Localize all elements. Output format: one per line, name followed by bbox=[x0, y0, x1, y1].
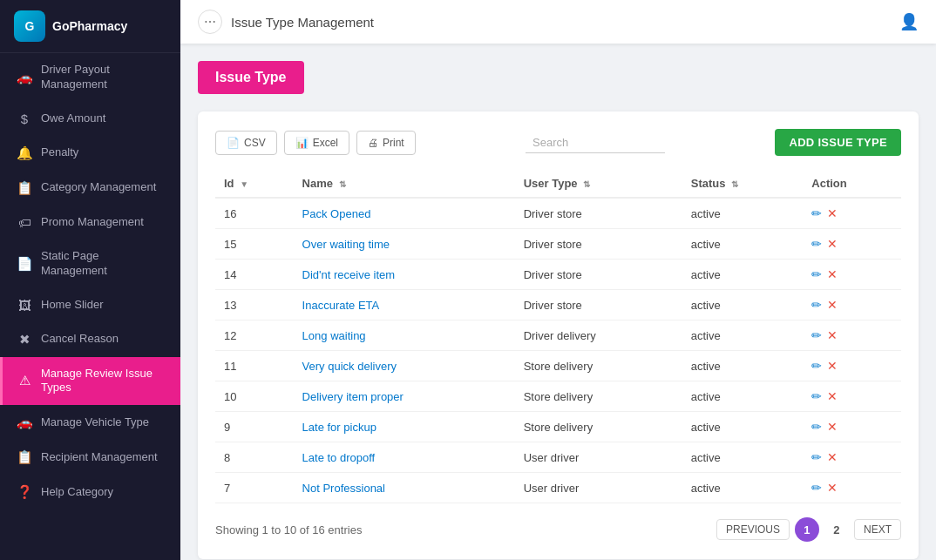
col-id: Id ▼ bbox=[215, 170, 294, 198]
action-buttons: ✏ ✕ bbox=[811, 328, 892, 342]
table-row: 14 Did'nt receive item Driver store acti… bbox=[215, 260, 901, 290]
cell-user-type: Driver store bbox=[515, 229, 682, 260]
usertype-sort-icon[interactable]: ⇅ bbox=[583, 179, 590, 189]
edit-button[interactable]: ✏ bbox=[811, 359, 822, 373]
sidebar-icon-recipient: 📋 bbox=[17, 449, 32, 465]
sidebar-icon-static-page: 📄 bbox=[17, 256, 32, 272]
next-button[interactable]: NEXT bbox=[854, 519, 901, 540]
logo-icon: G bbox=[14, 10, 45, 42]
sidebar-item-recipient[interactable]: 📋 Recipient Management bbox=[0, 440, 180, 475]
sidebar-item-owe-amount[interactable]: $ Owe Amount bbox=[0, 102, 180, 136]
add-issue-type-button[interactable]: ADD ISSUE TYPE bbox=[775, 129, 901, 156]
cell-status: active bbox=[682, 320, 804, 351]
action-buttons: ✏ ✕ bbox=[811, 206, 892, 220]
issue-type-card: 📄 CSV 📊 Excel 🖨 Print ADD ISSUE TYPE bbox=[198, 111, 919, 559]
pagination: Showing 1 to 10 of 16 entries PREVIOUS 1… bbox=[215, 517, 901, 542]
user-icon[interactable]: 👤 bbox=[899, 12, 919, 31]
sidebar-item-static-page[interactable]: 📄 Static Page Management bbox=[0, 240, 180, 288]
table-row: 12 Long waiting Driver delivery active ✏… bbox=[215, 320, 901, 351]
delete-button[interactable]: ✕ bbox=[827, 328, 838, 342]
table-row: 7 Not Professional User driver active ✏ … bbox=[215, 473, 901, 503]
sidebar-item-help-category[interactable]: ❓ Help Category bbox=[0, 475, 180, 509]
cell-action: ✏ ✕ bbox=[803, 229, 901, 260]
delete-button[interactable]: ✕ bbox=[827, 389, 838, 403]
cell-action: ✏ ✕ bbox=[803, 442, 901, 473]
cell-user-type: User driver bbox=[515, 442, 682, 473]
sidebar-item-driver-payout[interactable]: 🚗 Driver Payout Management bbox=[0, 53, 180, 102]
sidebar-item-home-slider[interactable]: 🖼 Home Slider bbox=[0, 288, 180, 322]
name-sort-icon[interactable]: ⇅ bbox=[339, 179, 346, 189]
delete-button[interactable]: ✕ bbox=[827, 298, 838, 312]
menu-dots-button[interactable]: ⋯ bbox=[198, 10, 222, 34]
table-row: 9 Late for pickup Store delivery active … bbox=[215, 412, 901, 442]
cell-user-type: Driver store bbox=[515, 290, 682, 320]
sidebar-icon-home-slider: 🖼 bbox=[17, 298, 32, 313]
sidebar-item-penalty[interactable]: 🔔 Penalty bbox=[0, 136, 180, 171]
delete-button[interactable]: ✕ bbox=[827, 481, 838, 495]
delete-button[interactable]: ✕ bbox=[827, 359, 838, 373]
table-row: 11 Very quick delivery Store delivery ac… bbox=[215, 351, 901, 381]
id-sort-icon[interactable]: ▼ bbox=[240, 179, 248, 189]
topbar: ⋯ Issue Type Management 👤 bbox=[180, 0, 936, 44]
sidebar-item-category-management[interactable]: 📋 Category Management bbox=[0, 171, 180, 206]
cell-name: Late for pickup bbox=[294, 412, 515, 442]
cell-id: 15 bbox=[215, 229, 294, 260]
cell-id: 13 bbox=[215, 290, 294, 320]
cell-user-type: Driver delivery bbox=[515, 320, 682, 351]
sidebar-item-manage-review-issue[interactable]: ⚠ Manage Review Issue Types bbox=[0, 357, 180, 406]
sidebar-item-manage-vehicle[interactable]: 🚗 Manage Vehicle Type bbox=[0, 405, 180, 440]
status-sort-icon[interactable]: ⇅ bbox=[731, 179, 738, 189]
cell-id: 7 bbox=[215, 473, 294, 503]
cell-action: ✏ ✕ bbox=[803, 381, 901, 412]
edit-button[interactable]: ✏ bbox=[811, 267, 822, 281]
edit-button[interactable]: ✏ bbox=[811, 237, 822, 251]
sidebar-item-cancel-reason[interactable]: ✖ Cancel Reason bbox=[0, 322, 180, 357]
card-toolbar: 📄 CSV 📊 Excel 🖨 Print ADD ISSUE TYPE bbox=[215, 129, 901, 156]
excel-label: Excel bbox=[313, 137, 338, 149]
edit-button[interactable]: ✏ bbox=[811, 481, 822, 495]
cell-action: ✏ ✕ bbox=[803, 351, 901, 381]
edit-button[interactable]: ✏ bbox=[811, 328, 822, 342]
action-buttons: ✏ ✕ bbox=[811, 389, 892, 403]
excel-button[interactable]: 📊 Excel bbox=[284, 131, 349, 155]
page-heading: Issue Type bbox=[198, 61, 304, 94]
delete-button[interactable]: ✕ bbox=[827, 420, 838, 434]
print-button[interactable]: 🖨 Print bbox=[356, 131, 416, 155]
sidebar-icon-promo-management: 🏷 bbox=[17, 215, 32, 230]
delete-button[interactable]: ✕ bbox=[827, 237, 838, 251]
table-row: 8 Late to dropoff User driver active ✏ ✕ bbox=[215, 442, 901, 473]
cell-user-type: Store delivery bbox=[515, 412, 682, 442]
edit-button[interactable]: ✏ bbox=[811, 389, 822, 403]
sidebar-item-promo-management[interactable]: 🏷 Promo Management bbox=[0, 206, 180, 240]
edit-button[interactable]: ✏ bbox=[811, 298, 822, 312]
pagination-controls: PREVIOUS 1 2 NEXT bbox=[716, 517, 901, 542]
prev-button[interactable]: PREVIOUS bbox=[716, 519, 790, 540]
cell-status: active bbox=[682, 381, 804, 412]
cell-status: active bbox=[682, 351, 804, 381]
sidebar-icon-driver-payout: 🚗 bbox=[17, 70, 32, 85]
main-area: ⋯ Issue Type Management 👤 Issue Type 📄 C… bbox=[180, 0, 936, 560]
cell-status: active bbox=[682, 412, 804, 442]
cell-name: Not Professional bbox=[294, 473, 515, 503]
delete-button[interactable]: ✕ bbox=[827, 267, 838, 281]
sidebar-icon-manage-vehicle: 🚗 bbox=[17, 415, 32, 430]
page-number-2[interactable]: 2 bbox=[824, 517, 849, 542]
delete-button[interactable]: ✕ bbox=[827, 206, 838, 220]
sidebar: G GoPharmacy 🚗 Driver Payout Management … bbox=[0, 0, 180, 560]
search-input[interactable] bbox=[526, 132, 665, 153]
sidebar-icon-manage-review-issue: ⚠ bbox=[17, 373, 32, 388]
cell-action: ✏ ✕ bbox=[803, 412, 901, 442]
cell-name: Late to dropoff bbox=[294, 442, 515, 473]
csv-button[interactable]: 📄 CSV bbox=[215, 131, 277, 155]
edit-button[interactable]: ✏ bbox=[811, 420, 822, 434]
cell-name: Very quick delivery bbox=[294, 351, 515, 381]
sidebar-icon-penalty: 🔔 bbox=[17, 145, 32, 161]
col-action: Action bbox=[803, 170, 901, 198]
cell-name: Over waiting time bbox=[294, 229, 515, 260]
edit-button[interactable]: ✏ bbox=[811, 450, 822, 464]
csv-label: CSV bbox=[244, 137, 266, 149]
col-status: Status ⇅ bbox=[682, 170, 804, 198]
delete-button[interactable]: ✕ bbox=[827, 450, 838, 464]
edit-button[interactable]: ✏ bbox=[811, 206, 822, 220]
page-number-1[interactable]: 1 bbox=[795, 517, 819, 542]
